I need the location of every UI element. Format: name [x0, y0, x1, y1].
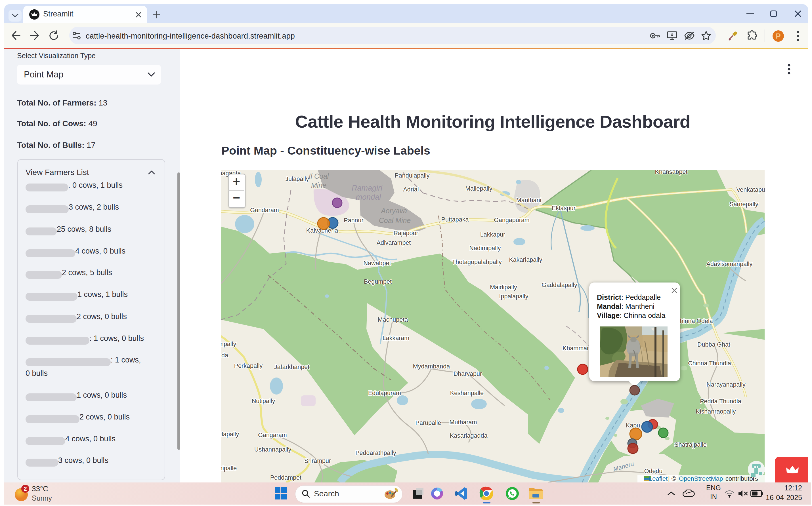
svg-text:Narayanapally: Narayanapally [707, 381, 746, 388]
svg-text:Gangapuram: Gangapuram [494, 217, 530, 224]
svg-text:nipalle: nipalle [221, 465, 237, 472]
svg-text:Mydambanda: Mydambanda [413, 363, 450, 370]
svg-text:Peddampet: Peddampet [270, 474, 301, 481]
svg-text:Coal Mine: Coal Mine [379, 217, 411, 224]
svg-text:Ushannapally: Ushannapally [254, 446, 291, 453]
svg-text:2: 2 [23, 486, 27, 492]
svg-text:Ippalapally: Ippalapally [499, 293, 528, 300]
svg-text:Machupeta: Machupeta [378, 316, 408, 323]
svg-text:|: | [668, 475, 670, 482]
svg-text:Keshanpalle: Keshanpalle [450, 390, 484, 397]
svg-text:Kakariapally: Kakariapally [509, 256, 542, 263]
svg-text:mondal: mondal [356, 193, 381, 201]
svg-text:Adivarampet: Adivarampet [377, 239, 411, 246]
svg-text:Mallepally: Mallepally [465, 185, 493, 192]
svg-text:Manthani: Manthani [516, 197, 541, 204]
svg-text:Leaflet: Leaflet [649, 475, 668, 482]
svg-text:Chinna Thundla: Chinna Thundla [688, 360, 731, 367]
svg-text:Lakkaram: Lakkaram [383, 335, 409, 341]
svg-text:Chinna Odela: Chinna Odela [675, 318, 713, 325]
svg-text:nda: nda [221, 352, 228, 359]
svg-text:Peddarathpally: Peddarathpally [355, 449, 396, 456]
svg-text:Pandulapally: Pandulapally [394, 172, 429, 179]
svg-text:Khansabpet: Khansabpet [655, 170, 688, 175]
svg-text:Sarnepally: Sarnepally [729, 201, 758, 207]
svg-text:Aoryava: Aoryava [380, 207, 407, 215]
svg-text:Ramagiri: Ramagiri [352, 184, 383, 192]
svg-text:Dharyapur: Dharyapur [453, 370, 482, 377]
svg-text:Nawabpet: Nawabpet [364, 260, 391, 267]
svg-text:Kapu: Kapu [626, 422, 640, 429]
svg-text:OpenStreetMap: OpenStreetMap [679, 475, 723, 482]
svg-text:Shatrajpalle: Shatrajpalle [674, 441, 707, 448]
svg-text:Thotagopalahpally: Thotagopalahpally [452, 259, 502, 265]
svg-text:Mutharam: Mutharam [450, 419, 477, 426]
svg-text:Kasarlagadda: Kasarlagadda [450, 432, 488, 439]
svg-text:Kishanraopally: Kishanraopally [695, 408, 736, 415]
svg-text:Edulapuram: Edulapuram [368, 390, 401, 397]
svg-text:Jafarkhanpet: Jafarkhanpet [274, 364, 309, 370]
svg-text:Nadimipally: Nadimipally [469, 245, 501, 252]
svg-text:Begumpet: Begumpet [364, 278, 392, 285]
svg-text:dapally: dapally [221, 431, 239, 438]
svg-text:mpally: mpally [221, 341, 236, 347]
svg-text:Srirampur: Srirampur [304, 457, 331, 464]
svg-text:Eklaspur: Eklaspur [552, 205, 576, 212]
svg-text:Rajapoor: Rajapoor [393, 230, 418, 237]
svg-text:Gangaram: Gangaram [258, 432, 287, 438]
svg-text:Parupalle: Parupalle [416, 420, 441, 426]
svg-text:Odedu: Odedu [644, 468, 663, 475]
svg-text:Pedda Thundla: Pedda Thundla [700, 398, 741, 405]
svg-text:Gundaram: Gundaram [250, 207, 279, 214]
svg-text:Dubba Ghat: Dubba Ghat [697, 341, 730, 348]
svg-text:Maidipally: Maidipally [490, 284, 517, 291]
svg-text:Venkatapu: Venkatapu [736, 186, 764, 193]
svg-text:©: © [671, 475, 676, 482]
svg-text:Il Coal: Il Coal [309, 172, 329, 180]
svg-text:Perkapally: Perkapally [234, 362, 263, 369]
svg-text:Mine: Mine [311, 181, 326, 189]
svg-text:Pannur: Pannur [344, 217, 363, 224]
svg-text:Adavisomanpally: Adavisomanpally [707, 261, 753, 267]
svg-text:Nutipally: Nutipally [252, 398, 275, 405]
svg-text:Julapally: Julapally [285, 176, 309, 182]
svg-text:Puttapaka: Puttapaka [441, 216, 469, 223]
svg-text:Adrial: Adrial [403, 186, 419, 193]
svg-text:Lakkapur: Lakkapur [480, 231, 505, 238]
svg-text:Gaddalapally: Gaddalapally [541, 282, 577, 288]
